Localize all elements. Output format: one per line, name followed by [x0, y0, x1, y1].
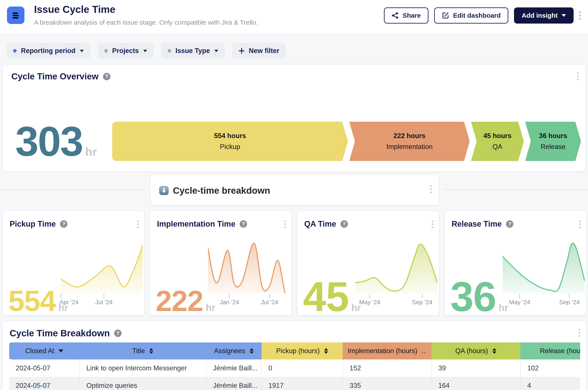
- release-time-card: Release Time ? 36 hr May '24 Sep '24: [444, 210, 587, 316]
- help-icon[interactable]: ?: [506, 220, 513, 228]
- metric-card-title: Implementation Time: [157, 219, 235, 229]
- cycle-stage-funnel: 554 hoursPickup222 hoursImplementation45…: [112, 122, 581, 161]
- axis-tick: [104, 294, 104, 298]
- section-divider-right: [444, 189, 588, 190]
- implementation-time-card: Implementation Time ? 222 hr Jan '24 Jul…: [150, 210, 292, 316]
- cell-title: Optimize queries: [79, 377, 206, 390]
- add-insight-button[interactable]: Add insight: [514, 7, 574, 24]
- x-axis-label: Sep '24: [412, 299, 432, 306]
- axis-tick: [61, 294, 61, 298]
- table-row[interactable]: 2024-05-07Link to open Intercom Messenge…: [9, 359, 580, 377]
- cell-pickup-hours-: 0: [262, 359, 343, 377]
- cycle-time-breakdown-table-card: Cycle Time Breakdown ? Closed AtTitleAss…: [2, 321, 587, 390]
- cell-release-hours-: 102: [520, 359, 580, 377]
- metric-unit: hr: [206, 302, 215, 313]
- x-axis-label: May '24: [359, 299, 380, 306]
- sort-icon: [149, 348, 153, 354]
- metric-card-more-menu[interactable]: [579, 220, 581, 228]
- filter-dot: [13, 49, 17, 52]
- total-cycle-time-value: 303: [15, 126, 83, 156]
- sort-icon: [324, 348, 328, 354]
- cell-qa-hours-: 39: [431, 359, 520, 377]
- metric-value: 222: [156, 291, 203, 311]
- axis-tick: [269, 294, 270, 298]
- metric-card-more-menu[interactable]: [137, 220, 139, 228]
- x-axis-label: Apr '24: [59, 299, 79, 306]
- metric-card-title: Pickup Time: [10, 219, 56, 229]
- overview-more-menu[interactable]: [577, 72, 579, 80]
- pickup-time-card: Pickup Time ? 554 hr Apr '24 Jul '24: [2, 210, 145, 316]
- filter-pill-reporting-period[interactable]: Reporting period: [6, 43, 90, 59]
- section-divider-left: [0, 189, 145, 190]
- share-button[interactable]: Share: [384, 7, 428, 24]
- edit-dashboard-button[interactable]: Edit dashboard: [434, 7, 508, 24]
- filter-pill-projects[interactable]: Projects: [98, 43, 154, 59]
- header-more-menu[interactable]: [579, 11, 581, 20]
- sort-icon-truncated: ..: [422, 347, 426, 355]
- axis-tick: [370, 294, 370, 298]
- funnel-stage-qa: 45 hoursQA: [471, 122, 524, 161]
- funnel-stage-implementation: 222 hoursImplementation: [349, 122, 470, 161]
- chevron-down-icon: [143, 50, 147, 52]
- column-header-title[interactable]: Title: [79, 342, 206, 359]
- total-cycle-time-unit: hr: [85, 145, 97, 158]
- funnel-stage-pickup: 554 hoursPickup: [112, 122, 348, 161]
- metric-value: 554: [8, 291, 56, 311]
- help-icon[interactable]: ?: [114, 330, 122, 337]
- down-arrow-emoji-icon: [159, 186, 168, 195]
- column-header-qa-hours-[interactable]: QA (hours): [431, 342, 520, 359]
- metric-card-more-menu[interactable]: [432, 220, 433, 228]
- sort-icon: [492, 348, 496, 354]
- column-header-assignees[interactable]: Assignees: [206, 342, 262, 359]
- new-filter-button[interactable]: New filter: [232, 43, 286, 59]
- help-icon[interactable]: ?: [240, 220, 247, 228]
- help-icon[interactable]: ?: [103, 73, 110, 80]
- breakdown-table: Closed AtTitleAssigneesPickup (hours)Imp…: [9, 342, 580, 390]
- edit-icon: [442, 12, 449, 19]
- cell-assignees: Jérémie Baill...: [206, 377, 262, 390]
- metric-value: 45: [303, 282, 349, 312]
- chevron-down-icon: [80, 50, 84, 52]
- metric-sparkline-chart: [503, 242, 585, 293]
- cell-assignees: Jérémie Baill...: [206, 359, 262, 377]
- axis-tick: [569, 294, 570, 298]
- top-bar: Issue Cycle Time A breakdown analysis of…: [0, 0, 588, 34]
- chevron-down-icon: [562, 14, 566, 17]
- dashboard-logo-icon[interactable]: [7, 6, 24, 24]
- axis-tick: [520, 294, 520, 298]
- cell-title: Link to open Intercom Messenger: [79, 359, 206, 377]
- x-axis-label: Jan '24: [219, 299, 239, 306]
- help-icon[interactable]: ?: [340, 220, 348, 228]
- breakdown-banner-title: Cycle-time breakdown: [173, 185, 270, 196]
- filter-bar: Reporting periodProjectsIssue TypeNew fi…: [6, 43, 286, 59]
- metric-unit: hr: [499, 302, 508, 313]
- x-axis-label: Jul '24: [95, 299, 113, 306]
- filter-dot: [168, 49, 171, 52]
- column-header-closed-at[interactable]: Closed At: [9, 342, 79, 359]
- funnel-stage-release: 36 hoursRelease: [525, 122, 581, 161]
- table-title: Cycle Time Breakdown: [10, 328, 110, 339]
- breakdown-banner-more-menu[interactable]: [430, 185, 432, 193]
- metric-value: 36: [450, 282, 496, 312]
- page-title: Issue Cycle Time: [34, 3, 115, 15]
- cell-qa-hours-: 164: [431, 377, 520, 390]
- x-axis-label: May '24: [509, 299, 530, 306]
- table-row[interactable]: 2024-05-07Optimize queriesJérémie Baill.…: [9, 377, 580, 390]
- column-header-release-hours-[interactable]: Release (hours): [520, 342, 580, 359]
- table-more-menu[interactable]: [579, 329, 580, 337]
- column-header-pickup-hours-[interactable]: Pickup (hours): [262, 342, 343, 359]
- cell-closed-at: 2024-05-07: [9, 359, 79, 377]
- qa-time-card: QA Time ? 45 hr May '24 Sep '24: [297, 210, 439, 316]
- cycle-time-overview-card: Cycle Time Overview ? 303 hr 554 hoursPi…: [2, 64, 586, 172]
- metric-card-more-menu[interactable]: [284, 220, 286, 228]
- x-axis-label: Sep '24: [559, 299, 580, 306]
- cell-implementation-hours-: 335: [343, 377, 431, 390]
- metric-card-title: QA Time: [304, 219, 336, 229]
- axis-tick: [422, 294, 423, 298]
- cell-pickup-hours-: 1917: [262, 377, 343, 390]
- metric-cards-row: Pickup Time ? 554 hr Apr '24 Jul '24 Imp…: [2, 210, 587, 316]
- help-icon[interactable]: ?: [60, 220, 67, 228]
- column-header-implementation-hours-[interactable]: Implementation (hours)..: [343, 342, 431, 359]
- x-axis-label: Jul '24: [261, 299, 278, 306]
- filter-pill-issue-type[interactable]: Issue Type: [161, 43, 225, 59]
